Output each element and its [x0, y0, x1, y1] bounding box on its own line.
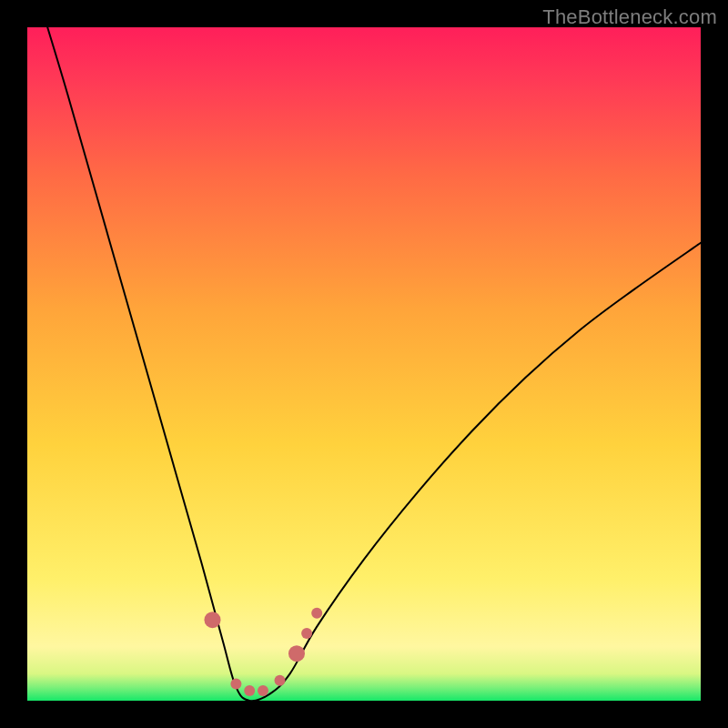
bottleneck-chart	[27, 27, 701, 701]
marker-dot	[205, 612, 221, 628]
watermark-text: TheBottleneck.com	[542, 5, 717, 29]
marker-dot	[288, 645, 305, 662]
chart-frame: TheBottleneck.com	[0, 0, 728, 728]
marker-dot	[258, 685, 268, 696]
marker-dot	[275, 675, 286, 686]
marker-dot	[311, 608, 322, 619]
marker-dot	[230, 679, 241, 690]
gradient-background	[27, 27, 701, 701]
marker-dot	[301, 628, 312, 639]
marker-dot	[244, 685, 255, 696]
plot-area	[27, 27, 701, 701]
